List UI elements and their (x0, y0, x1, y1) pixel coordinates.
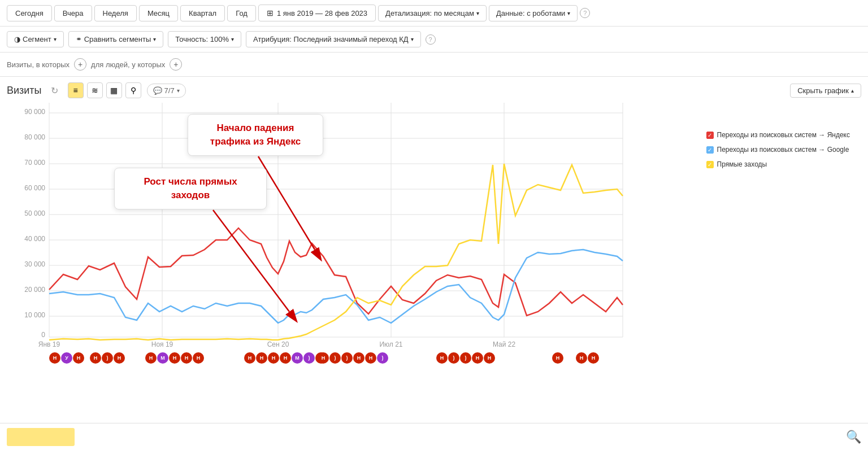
week-btn[interactable]: Неделя (94, 5, 137, 21)
event-dot[interactable]: Н (181, 352, 192, 364)
event-markers-end: Н Н Н (552, 352, 599, 364)
legend-direct-checkbox[interactable]: ✓ (706, 161, 714, 168)
event-markers-may22: Н ) ) Н Н (436, 352, 495, 364)
event-dot[interactable]: Н (365, 352, 376, 364)
event-dot[interactable]: М (157, 352, 168, 364)
chart-title: Визиты (7, 85, 42, 97)
chevron-down-icon: ▾ (411, 36, 414, 42)
segment-pie-icon: ◑ (14, 35, 20, 43)
event-markers-nov19: Н М Н Н Н (145, 352, 204, 364)
legend-google-label: Переходы из поисковых систем → Google (717, 146, 849, 154)
quarter-btn[interactable]: Квартал (180, 5, 225, 21)
legend-direct: ✓ Прямые заходы (706, 160, 850, 168)
event-dot[interactable]: Н (49, 352, 60, 364)
compare-icon: ⚭ (76, 35, 82, 43)
event-dot[interactable]: Н (588, 352, 599, 364)
event-dot[interactable]: ) (329, 352, 341, 364)
chart-header: Визиты ↻ ≡ ≋ ▦ ⚲ 💬 7/7 ▾ Скрыть график ▴ (7, 82, 861, 98)
add-people-filter-btn[interactable]: + (170, 58, 182, 71)
event-dot[interactable]: ) (460, 352, 471, 364)
attribution-info-icon[interactable]: ? (426, 34, 436, 45)
event-dot[interactable]: Н (576, 352, 587, 364)
svg-text:10 000: 10 000 (24, 311, 45, 319)
event-dot[interactable]: ) (377, 352, 388, 364)
calendar-icon: ⊞ (267, 8, 274, 18)
info-icon[interactable]: ? (580, 8, 590, 18)
date-range-btn[interactable]: ⊞ 1 янв 2019 — 28 фев 2023 (258, 5, 376, 21)
attribution-dropdown[interactable]: Атрибуция: Последний значимый переход КД… (246, 31, 421, 47)
svg-text:80 000: 80 000 (24, 133, 45, 141)
detail-dropdown[interactable]: Детализация: по месяцам ▾ (378, 5, 487, 21)
line-chart-btn[interactable]: ≡ (68, 82, 84, 98)
data-dropdown[interactable]: Данные: с роботами ▾ (489, 5, 578, 21)
chevron-down-icon: ▾ (231, 36, 234, 42)
svg-text:Июл 21: Июл 21 (379, 340, 402, 348)
event-dot[interactable]: Н (114, 352, 125, 364)
hide-chart-btn[interactable]: Скрыть график ▴ (790, 84, 861, 98)
svg-text:0: 0 (41, 331, 45, 339)
detail-label: Детализация: по месяцам (385, 9, 474, 18)
event-dot[interactable]: Н (90, 352, 101, 364)
svg-text:Ноя 19: Ноя 19 (151, 340, 173, 348)
comment-icon: 💬 (153, 86, 162, 95)
legend-google: ✓ Переходы из поисковых систем → Google (706, 146, 850, 154)
event-dot[interactable]: Н (244, 352, 255, 364)
event-dot[interactable]: М (292, 352, 303, 364)
chart-section: Визиты ↻ ≡ ≋ ▦ ⚲ 💬 7/7 ▾ Скрыть график ▴… (0, 77, 868, 385)
chart-legend: ✓ Переходы из поисковых систем → Яндекс … (706, 131, 850, 168)
legend-yandex: ✓ Переходы из поисковых систем → Яндекс (706, 131, 850, 139)
today-btn[interactable]: Сегодня (7, 5, 52, 21)
event-dot[interactable]: ) (448, 352, 459, 364)
area-chart-btn[interactable]: ≋ (87, 82, 103, 98)
event-dot[interactable]: Н (193, 352, 204, 364)
compare-label: Сравнить сегменты (84, 35, 151, 43)
event-dot[interactable]: Н (169, 352, 180, 364)
svg-text:60 000: 60 000 (24, 184, 45, 192)
event-dot[interactable]: Н (472, 352, 483, 364)
map-chart-btn[interactable]: ⚲ (125, 82, 141, 98)
segment-dropdown[interactable]: ◑ Сегмент ▾ (7, 31, 64, 47)
year-btn[interactable]: Год (227, 5, 256, 21)
svg-text:50 000: 50 000 (24, 209, 45, 217)
legend-yandex-label: Переходы из поисковых систем → Яндекс (717, 131, 850, 139)
chevron-down-icon: ▾ (54, 36, 57, 42)
event-markers-sep20: Н Н Н Н М ) Н (244, 352, 327, 364)
filter-row: Визиты, в которых + для людей, у которых… (0, 53, 868, 77)
accuracy-dropdown[interactable]: Точность: 100% ▾ (168, 31, 241, 47)
event-dot[interactable]: Н (484, 352, 495, 364)
accuracy-label: Точность: 100% (175, 35, 229, 43)
svg-text:Май 22: Май 22 (493, 340, 516, 348)
event-dot[interactable]: ) (341, 352, 353, 364)
compare-dropdown[interactable]: ⚭ Сравнить сегменты ▾ (68, 31, 164, 47)
event-dot[interactable]: Н (436, 352, 448, 364)
event-dot[interactable]: Н (73, 352, 84, 364)
chart-container: .y-label { font: 12px Arial; fill: #999;… (7, 103, 861, 379)
month-btn[interactable]: Месяц (139, 5, 178, 21)
event-dot[interactable]: Н (353, 352, 364, 364)
chart-controls: ≡ ≋ ▦ ⚲ (68, 82, 141, 98)
event-dot[interactable]: Н (552, 352, 563, 364)
chevron-down-icon: ▾ (476, 10, 479, 16)
event-dot[interactable]: Н (268, 352, 279, 364)
add-visit-filter-btn[interactable]: + (74, 58, 86, 71)
bar-chart-btn[interactable]: ▦ (106, 82, 122, 98)
event-dot[interactable]: ) (303, 352, 315, 364)
legend-yandex-checkbox[interactable]: ✓ (706, 132, 714, 139)
segment-count-label: 7/7 (164, 86, 175, 95)
legend-google-checkbox[interactable]: ✓ (706, 146, 714, 154)
second-toolbar: ◑ Сегмент ▾ ⚭ Сравнить сегменты ▾ Точнос… (0, 27, 868, 53)
event-dot[interactable]: У (61, 352, 72, 364)
event-dot[interactable]: ) (102, 352, 113, 364)
event-dot[interactable]: Н (280, 352, 291, 364)
chevron-down-icon: ▾ (177, 88, 180, 94)
svg-text:20 000: 20 000 (24, 286, 45, 294)
segment-count-btn[interactable]: 💬 7/7 ▾ (147, 84, 186, 98)
event-dot[interactable]: Н (318, 352, 329, 364)
refresh-btn[interactable]: ↻ (47, 83, 62, 98)
event-dot[interactable]: Н (256, 352, 267, 364)
visits-label: Визиты, в которых (7, 60, 70, 69)
chevron-down-icon: ▾ (153, 36, 156, 42)
event-dot[interactable]: Н (145, 352, 157, 364)
yesterday-btn[interactable]: Вчера (54, 5, 92, 21)
data-label: Данные: с роботами (496, 9, 565, 18)
